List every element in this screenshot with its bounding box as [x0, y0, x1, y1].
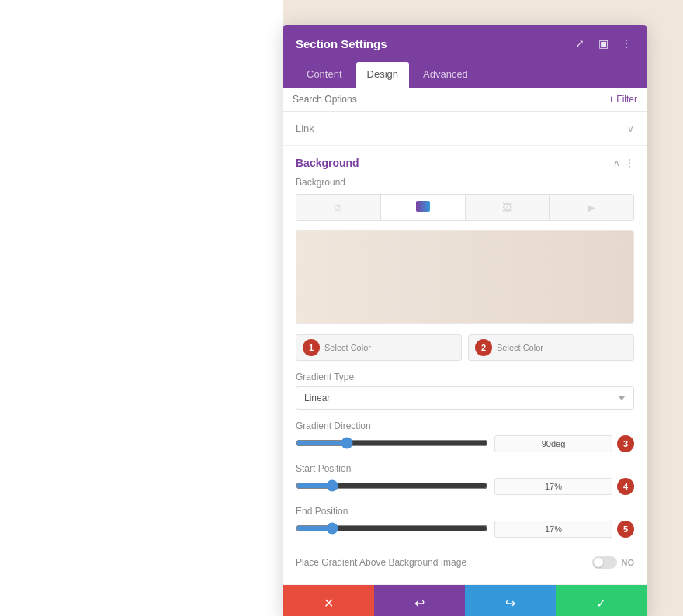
link-section[interactable]: Link ∨: [283, 112, 647, 146]
start-position-value-box: 4: [494, 478, 634, 495]
tab-bar: Content Design Advanced: [283, 62, 647, 88]
place-gradient-row: Place Gradient Above Background Image NO: [296, 549, 634, 572]
end-position-slider[interactable]: [296, 522, 488, 535]
no-bg-icon: ⊘: [334, 202, 342, 213]
search-input[interactable]: [293, 94, 608, 105]
place-gradient-toggle[interactable]: NO: [592, 556, 635, 569]
bg-type-gradient[interactable]: [381, 195, 466, 220]
color-badge-2: 2: [475, 339, 492, 356]
cancel-button[interactable]: ✕: [283, 585, 374, 616]
bg-type-video[interactable]: ▶: [550, 195, 633, 220]
header-icons: ⤢ ▣ ⋮: [572, 36, 634, 51]
start-position-label: Start Position: [296, 463, 634, 474]
background-section: Background ∧ ⋮ Background ⊘: [283, 146, 647, 585]
color-selector-1-label: Select Color: [324, 343, 371, 352]
background-field-label: Background: [296, 177, 634, 188]
undo-icon: ↩: [414, 596, 425, 611]
start-position-input[interactable]: [494, 478, 612, 495]
gradient-direction-label: Gradient Direction: [296, 420, 634, 431]
end-position-slider-row: 5: [296, 521, 634, 538]
color-badge-1: 1: [303, 339, 320, 356]
start-position-slider[interactable]: [296, 479, 488, 492]
gradient-direction-badge: 3: [617, 435, 634, 452]
end-position-badge: 5: [617, 521, 634, 538]
bg-type-none[interactable]: ⊘: [296, 195, 381, 220]
end-position-slider-container: [296, 522, 488, 537]
gradient-direction-value-box: 90deg 3: [494, 435, 634, 452]
canvas-area: [0, 0, 283, 616]
gradient-direction-row: Gradient Direction 90deg 3: [296, 420, 634, 452]
panel-footer: ✕ ↩ ↪ ✓: [283, 585, 647, 616]
image-icon: 🖼: [502, 202, 512, 213]
collapse-button[interactable]: ∧: [613, 157, 620, 168]
columns-icon[interactable]: ▣: [595, 36, 611, 51]
end-position-row: End Position 5: [296, 506, 634, 538]
gradient-preview: [296, 230, 634, 324]
gradient-direction-input[interactable]: 90deg: [494, 435, 612, 452]
place-gradient-label: Place Gradient Above Background Image: [296, 557, 466, 568]
redo-button[interactable]: ↪: [465, 585, 556, 616]
gradient-icon: [416, 201, 430, 214]
background-section-title: Background: [296, 157, 359, 169]
gradient-type-row: Gradient Type Linear Radial: [296, 372, 634, 410]
resize-icon[interactable]: ⤢: [572, 36, 588, 51]
save-button[interactable]: ✓: [556, 585, 647, 616]
background-section-header: Background ∧ ⋮: [296, 146, 634, 177]
section-more-button[interactable]: ⋮: [625, 157, 634, 168]
color-selectors: 1 Select Color 2 Select Color: [296, 334, 634, 361]
section-settings-panel: Section Settings ⤢ ▣ ⋮ Content Design Ad…: [283, 25, 647, 616]
gradient-type-label: Gradient Type: [296, 372, 634, 382]
section-controls: ∧ ⋮: [613, 157, 634, 168]
gradient-type-select[interactable]: Linear Radial: [296, 386, 634, 410]
end-position-value-box: 5: [494, 521, 634, 538]
link-label: Link: [296, 123, 314, 134]
color-selector-1[interactable]: 1 Select Color: [296, 334, 462, 361]
gradient-direction-slider-container: [296, 437, 488, 452]
gradient-direction-slider[interactable]: [296, 437, 488, 449]
link-chevron-icon: ∨: [627, 123, 634, 134]
svg-rect-0: [416, 201, 430, 212]
panel-title: Section Settings: [296, 37, 387, 50]
color-selector-2-label: Select Color: [497, 343, 543, 352]
color-selector-2[interactable]: 2 Select Color: [468, 334, 634, 361]
search-bar: + Filter: [283, 88, 647, 112]
more-icon[interactable]: ⋮: [619, 36, 634, 51]
filter-button[interactable]: + Filter: [608, 94, 637, 105]
gradient-direction-slider-row: 90deg 3: [296, 435, 634, 452]
tab-content[interactable]: Content: [296, 62, 353, 88]
bg-type-image[interactable]: 🖼: [466, 195, 550, 220]
toggle-knob: [594, 558, 603, 567]
start-position-slider-row: 4: [296, 478, 634, 495]
redo-icon: ↪: [505, 596, 515, 611]
end-position-label: End Position: [296, 506, 634, 517]
video-icon: ▶: [588, 202, 595, 213]
tab-advanced[interactable]: Advanced: [412, 62, 479, 88]
start-position-slider-container: [296, 479, 488, 494]
toggle-track[interactable]: [592, 556, 617, 569]
tab-design[interactable]: Design: [356, 62, 409, 88]
background-type-tabs: ⊘: [296, 194, 634, 221]
start-position-row: Start Position 4: [296, 463, 634, 495]
start-position-badge: 4: [617, 478, 634, 495]
undo-button[interactable]: ↩: [374, 585, 465, 616]
toggle-off-label: NO: [622, 558, 635, 567]
panel-header: Section Settings ⤢ ▣ ⋮: [283, 25, 647, 62]
panel-body: Link ∨ Background ∧ ⋮ Background ⊘: [283, 112, 647, 585]
cancel-icon: ✕: [324, 596, 334, 611]
end-position-input[interactable]: [494, 521, 612, 538]
save-icon: ✓: [596, 596, 606, 611]
